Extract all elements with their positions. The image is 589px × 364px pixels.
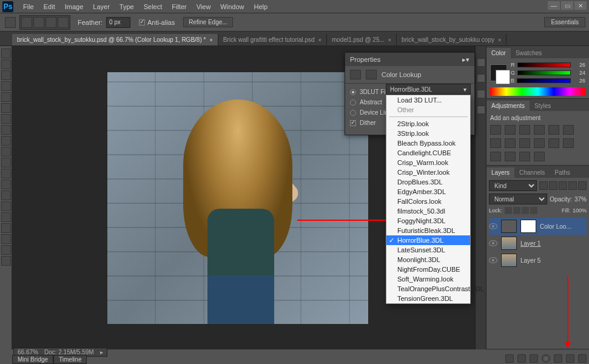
eyedropper-tool-icon[interactable] xyxy=(1,103,11,113)
b-value[interactable]: 26 xyxy=(573,78,585,84)
menu-item-lut[interactable]: FallColors.look xyxy=(386,197,470,206)
layer-row[interactable]: Layer 5 xyxy=(489,252,587,269)
filter-shape-icon[interactable] xyxy=(568,181,577,190)
tab-swatches[interactable]: Swatches xyxy=(511,48,547,58)
layer-name[interactable]: Color Loo... xyxy=(540,223,571,230)
menu-item-lut[interactable]: TensionGreen.3DL xyxy=(386,294,470,303)
sel-new-icon[interactable] xyxy=(21,17,32,28)
g-value[interactable]: 24 xyxy=(573,70,585,76)
layer-thumbnail[interactable] xyxy=(501,237,517,250)
menu-item-lut[interactable]: Crisp_Winter.look xyxy=(386,167,470,177)
new-layer-icon[interactable] xyxy=(566,354,574,363)
menu-item-lut[interactable]: Soft_Warming.look xyxy=(386,274,470,284)
visibility-icon[interactable] xyxy=(489,223,497,229)
menu-item-lut[interactable]: HorrorBlue.3DL xyxy=(386,235,470,245)
menu-item-lut[interactable]: filmstock_50.3dl xyxy=(386,206,470,216)
adjustment-layer-icon[interactable] xyxy=(542,354,550,363)
filter-smart-icon[interactable] xyxy=(578,181,587,190)
adjustment-preset-icon[interactable] xyxy=(563,138,574,148)
character-panel-icon[interactable] xyxy=(477,90,485,98)
menu-edit[interactable]: Edit xyxy=(39,3,60,10)
adjustment-preset-icon[interactable] xyxy=(534,152,545,161)
actions-panel-icon[interactable] xyxy=(477,74,485,83)
foreground-background-swatch[interactable] xyxy=(490,64,507,81)
layer-thumbnail[interactable] xyxy=(501,220,517,233)
mask-icon[interactable] xyxy=(530,354,538,363)
shape-tool-icon[interactable] xyxy=(1,234,11,244)
menu-item-lut[interactable]: LateSunset.3DL xyxy=(386,245,470,255)
menu-item-lut[interactable]: TealOrangePlusContrast.3DL xyxy=(386,284,470,294)
chevron-right-icon[interactable]: ▸ xyxy=(100,349,103,356)
visibility-icon[interactable] xyxy=(489,240,497,246)
adjustment-preset-icon[interactable] xyxy=(548,125,559,135)
menu-item-lut[interactable]: Moonlight.3DL xyxy=(386,255,470,265)
adjustment-preset-icon[interactable] xyxy=(505,138,516,148)
menu-item-lut[interactable]: Candlelight.CUBE xyxy=(386,148,470,158)
menu-item-other[interactable]: Other xyxy=(386,105,470,115)
layer-filter-kind[interactable]: Kind xyxy=(489,180,537,191)
trash-icon[interactable] xyxy=(578,354,587,363)
layer-row[interactable]: Color Loo... xyxy=(489,218,587,235)
history-panel-icon[interactable] xyxy=(477,58,485,67)
feather-input[interactable] xyxy=(106,17,130,28)
anti-alias-checkbox[interactable]: Anti-alias xyxy=(139,19,175,26)
menu-item-lut[interactable]: NightFromDay.CUBE xyxy=(386,265,470,274)
type-tool-icon[interactable] xyxy=(1,212,11,222)
hand-tool-icon[interactable] xyxy=(1,245,11,255)
adjustment-preset-icon[interactable] xyxy=(548,138,559,148)
opacity-value[interactable]: 37% xyxy=(574,196,587,203)
menu-file[interactable]: File xyxy=(18,3,39,10)
layer-row[interactable]: Layer 1 xyxy=(489,235,587,252)
adjustment-preset-icon[interactable] xyxy=(519,138,530,148)
refine-edge-button[interactable]: Refine Edge... xyxy=(183,17,232,27)
blur-tool-icon[interactable] xyxy=(1,180,11,189)
tab-color[interactable]: Color xyxy=(486,48,511,58)
filter-pixel-icon[interactable] xyxy=(539,181,548,190)
document-tab[interactable]: model1.psd @ 25... × xyxy=(327,34,397,46)
menu-item-lut[interactable]: DropBlues.3DL xyxy=(386,177,470,187)
group-icon[interactable] xyxy=(554,354,562,363)
r-slider[interactable] xyxy=(517,62,571,67)
zoom-tool-icon[interactable] xyxy=(1,256,11,266)
menu-help[interactable]: Help xyxy=(249,3,272,10)
crop-tool-icon[interactable] xyxy=(1,92,11,102)
menu-item-lut[interactable]: Crisp_Warm.look xyxy=(386,158,470,167)
brush-tool-icon[interactable] xyxy=(1,125,11,135)
paragraph-panel-icon[interactable] xyxy=(477,106,485,114)
adjustment-preset-icon[interactable] xyxy=(490,125,501,135)
menu-type[interactable]: Type xyxy=(115,3,139,10)
tab-mini-bridge[interactable]: Mini Bridge xyxy=(12,355,53,364)
adjustment-preset-icon[interactable] xyxy=(490,138,501,148)
workspace-switcher[interactable]: Essentials xyxy=(544,17,585,27)
tab-adjustments[interactable]: Adjustments xyxy=(486,101,530,111)
menu-filter[interactable]: Filter xyxy=(167,3,191,10)
wand-tool-icon[interactable] xyxy=(1,81,11,91)
menu-item-lut[interactable]: Bleach Bypass.look xyxy=(386,138,470,148)
menu-window[interactable]: Window xyxy=(215,3,249,10)
lock-pos-icon[interactable] xyxy=(522,207,529,214)
document-canvas[interactable] xyxy=(107,72,368,324)
layer-name[interactable]: Layer 1 xyxy=(520,240,540,247)
adjustment-preset-icon[interactable] xyxy=(505,152,516,161)
tab-paths[interactable]: Paths xyxy=(550,167,575,178)
dodge-tool-icon[interactable] xyxy=(1,190,11,200)
close-icon[interactable]: × xyxy=(498,37,501,43)
menu-item-lut[interactable]: FoggyNight.3DL xyxy=(386,216,470,226)
r-value[interactable]: 26 xyxy=(573,62,585,68)
lock-all-icon[interactable] xyxy=(530,207,537,214)
menu-select[interactable]: Select xyxy=(139,3,167,10)
tab-layers[interactable]: Layers xyxy=(486,167,514,178)
gradient-tool-icon[interactable] xyxy=(1,169,11,178)
history-brush-tool-icon[interactable] xyxy=(1,147,11,157)
menu-item-lut[interactable]: 3Strip.look xyxy=(386,129,470,138)
adjustment-preset-icon[interactable] xyxy=(534,138,545,148)
adjustment-preset-icon[interactable] xyxy=(519,152,530,161)
link-layers-icon[interactable] xyxy=(505,354,514,363)
filter-type-icon[interactable] xyxy=(559,181,567,190)
menu-layer[interactable]: Layer xyxy=(88,3,115,10)
3dlut-file-dropdown[interactable]: HorrorBlue.3DL ▾ xyxy=(386,84,471,95)
adjustment-preset-icon[interactable] xyxy=(505,125,516,135)
tab-styles[interactable]: Styles xyxy=(530,101,556,111)
close-icon[interactable]: × xyxy=(318,37,321,43)
close-button[interactable]: ✕ xyxy=(574,1,587,10)
